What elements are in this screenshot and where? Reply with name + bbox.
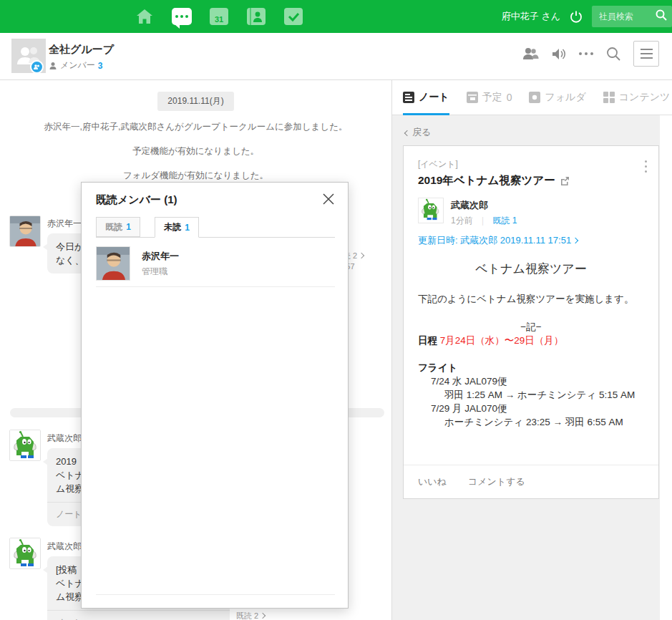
close-icon[interactable]: [322, 193, 336, 207]
note-menu-kebab-icon[interactable]: [645, 160, 647, 173]
contacts-icon[interactable]: [246, 6, 266, 26]
avatar-musashi[interactable]: [9, 538, 41, 569]
member-list-item[interactable]: 赤沢年一 管理職: [96, 241, 335, 287]
more-actions-icon[interactable]: [579, 52, 593, 55]
tab-label: コンテンツ: [619, 91, 671, 104]
system-message: 予定機能が有効になりました。: [0, 145, 391, 158]
current-user-name: 府中花子 さん: [502, 10, 560, 23]
note-author-avatar[interactable]: [418, 198, 444, 223]
note-card: [イベント] 2019年ベトナム視察ツアー 武蔵次郎 1分前 ｜: [403, 145, 659, 499]
top-bar-right: 府中花子 さん: [502, 0, 672, 33]
tab-folder[interactable]: フォルダ: [529, 80, 585, 115]
search-icon[interactable]: [655, 9, 668, 24]
tab-count: 1: [185, 223, 190, 233]
tab-label: 既読: [105, 221, 122, 233]
modal-bottom-divider: [96, 594, 335, 595]
date-badge: 2019.11.11(月): [157, 92, 233, 111]
schedule-icon: [467, 92, 478, 103]
group-type-badge-icon: [30, 60, 44, 74]
avatar-musashi[interactable]: [9, 430, 41, 461]
member-avatar: [96, 246, 130, 281]
note-body-title: ベトナム視察ツアー: [418, 261, 644, 277]
chevron-left-icon: [404, 130, 410, 136]
global-nav: 31: [135, 0, 303, 33]
read-status[interactable]: 既読 2: [236, 611, 265, 620]
tab-label: ノート: [419, 91, 449, 104]
home-icon[interactable]: [135, 6, 155, 26]
chevron-right-icon: [260, 613, 266, 619]
notification-sound-icon[interactable]: [551, 47, 567, 61]
member-label: メンバー: [60, 59, 95, 72]
tab-read[interactable]: 既読 1: [96, 217, 140, 237]
contents-grid-icon: [603, 92, 615, 103]
calendar-icon[interactable]: 31: [209, 6, 229, 26]
flight-line: 7/24 水 JAL079便: [418, 374, 644, 388]
panel-scrollbar-gutter[interactable]: [660, 115, 672, 620]
external-link-icon[interactable]: [560, 176, 570, 185]
modal-tab-bar: 既読 1 未読 1: [96, 217, 335, 238]
calendar-day-label: 31: [210, 8, 228, 25]
tab-count: 0: [507, 92, 512, 103]
member-name: 赤沢年一: [142, 250, 179, 263]
tasks-icon[interactable]: [283, 6, 303, 26]
side-panel: ノート 予定 0 フォルダ コンテンツ 戻る: [392, 80, 672, 620]
employee-search-input[interactable]: [592, 11, 655, 21]
employee-search-box[interactable]: [592, 6, 672, 27]
flight-line: 7/29 月 JAL070便: [418, 402, 644, 415]
sender-name: 武蔵次郎: [47, 541, 82, 553]
room-title: 全社グループ: [49, 43, 114, 57]
folder-icon: [529, 92, 540, 103]
tab-count: 1: [126, 222, 131, 232]
meta-separator: ｜: [479, 215, 487, 227]
note-author-name: 武蔵次郎: [451, 199, 517, 212]
modal-title: 既読メンバー (1): [96, 193, 177, 207]
panel-tab-bar: ノート 予定 0 フォルダ コンテンツ: [392, 80, 672, 115]
system-message: 赤沢年一,府中花子,武蔵次郎さんがグループトークルームに参加しました。: [0, 121, 391, 133]
invite-members-icon[interactable]: [522, 47, 539, 61]
updated-text: 更新日時: 武蔵次郎 2019.11.11 17:51: [418, 235, 571, 246]
back-button[interactable]: 戻る: [405, 126, 431, 139]
read-count-label: 既読 2: [236, 611, 258, 620]
note-title[interactable]: 2019年ベトナム視察ツアー: [418, 173, 555, 188]
group-avatar[interactable]: [11, 39, 46, 73]
member-role: 管理職: [142, 266, 167, 278]
avatar-akazawa[interactable]: [9, 215, 41, 247]
sender-name: 武蔵次郎: [47, 432, 82, 445]
member-count[interactable]: 3: [98, 61, 103, 71]
note-schedule-line: 日程 7月24日（水）〜29日（月）: [418, 334, 644, 347]
flight-heading: フライト: [418, 361, 644, 374]
comment-button[interactable]: コメントする: [468, 475, 525, 488]
chat-bubble-icon: [172, 8, 192, 25]
read-members-modal: 既読メンバー (1) 既読 1 未読 1 赤沢年一 管理職: [81, 182, 349, 609]
tab-note[interactable]: ノート: [403, 80, 449, 115]
flight-line: ホーチミンシティ 23:25 → 羽田 6:55 AM: [418, 415, 644, 429]
note-ki-divider: −記−: [418, 320, 644, 334]
logout-power-icon[interactable]: [569, 9, 583, 24]
note-category: [イベント]: [418, 158, 644, 170]
room-search-icon[interactable]: [605, 46, 621, 62]
note-read-count[interactable]: 既読 1: [492, 215, 517, 227]
chevron-right-icon: [573, 238, 578, 243]
sender-name: 赤沢年一: [47, 218, 82, 230]
note-card-footer: いいね コメントする: [404, 465, 658, 498]
back-label: 戻る: [412, 127, 431, 137]
room-member-summary[interactable]: メンバー 3: [49, 59, 103, 72]
room-header-actions: [522, 41, 659, 67]
like-button[interactable]: いいね: [418, 475, 447, 488]
tab-label: フォルダ: [545, 91, 585, 104]
chat-icon[interactable]: [172, 6, 192, 26]
schedule-label: 日程: [418, 335, 437, 346]
app-window: 31 府中花子 さん: [0, 0, 672, 620]
tab-contents[interactable]: コンテンツ: [603, 80, 671, 115]
note-link-footer[interactable]: ノート: [47, 610, 230, 620]
note-updated-link[interactable]: 更新日時: 武蔵次郎 2019.11.11 17:51: [418, 234, 644, 247]
top-bar: 31 府中花子 さん: [0, 0, 672, 33]
schedule-value: 7月24日（水）〜29日（月）: [440, 335, 564, 346]
tab-unread[interactable]: 未読 1: [155, 217, 199, 238]
system-message: フォルダ機能が有効になりました。: [0, 170, 391, 182]
room-header: 全社グループ メンバー 3: [0, 33, 672, 80]
flight-line: 羽田 1:25 AM → ホーチミンシティ 5:15 AM: [418, 388, 644, 402]
chevron-right-icon: [359, 253, 364, 258]
tab-schedule[interactable]: 予定 0: [467, 80, 512, 115]
hamburger-menu-button[interactable]: [633, 41, 659, 67]
